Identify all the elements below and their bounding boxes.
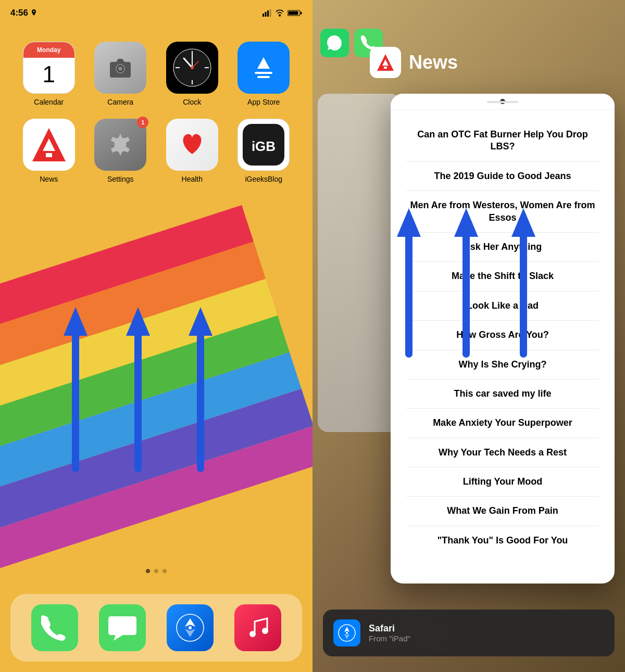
news-article-3: Men Are from Westeros, Women Are from Es… <box>406 191 599 233</box>
safari-subtitle: From "iPad" <box>369 634 410 643</box>
battery-icon <box>288 9 302 17</box>
news-article-7: How Gross Are You? <box>406 321 599 350</box>
news-article-text-1: Can an OTC Fat Burner Help You Drop LBS? <box>417 129 588 151</box>
svg-rect-3 <box>270 9 271 17</box>
svg-rect-6 <box>301 12 302 15</box>
igeeks-glyph: iGB <box>243 124 284 166</box>
news-article-text-7: How Gross Are You? <box>456 329 549 340</box>
calendar-label: Calendar <box>34 98 64 106</box>
news-article-6: Look Like a Dad <box>406 291 599 321</box>
page-dots <box>0 569 312 573</box>
page-dot-1 <box>146 569 150 573</box>
status-icons <box>262 9 302 17</box>
news-article-9: This car saved my life <box>406 379 599 409</box>
app-icon-health[interactable]: Health <box>159 119 226 183</box>
app-icon-news[interactable]: News <box>16 119 82 183</box>
signal-icon <box>262 9 272 17</box>
igeeksblog-label: iGeeksBlog <box>245 175 282 183</box>
news-article-text-9: This car saved my life <box>454 388 551 399</box>
page-dot-3 <box>162 569 167 573</box>
news-article-10: Make Anxiety Your Superpower <box>406 409 599 438</box>
status-bar: 4:56 <box>0 0 312 26</box>
location-icon <box>31 9 37 17</box>
svg-point-50 <box>346 632 348 634</box>
svg-point-29 <box>189 626 192 629</box>
news-article-text-12: Lifting Your Mood <box>463 476 542 487</box>
settings-glyph <box>105 129 136 160</box>
news-article-2: The 2019 Guide to Good Jeans <box>406 162 599 191</box>
news-article-11: Why Your Tech Needs a Rest <box>406 438 599 467</box>
clock-label: Clock <box>183 98 201 106</box>
status-time: 4:56 <box>10 8 28 18</box>
app-icon-igeeksblog[interactable]: iGB iGeeksBlog <box>231 119 297 183</box>
app-icon-calendar[interactable]: Monday 1 Calendar <box>16 42 82 106</box>
app-grid: Monday 1 Calendar Camera <box>0 42 312 183</box>
svg-rect-0 <box>262 14 264 17</box>
news-card-content: Can an OTC Fat Burner Help You Drop LBS?… <box>391 110 615 565</box>
wifi-icon <box>275 9 284 17</box>
svg-marker-48 <box>344 627 349 632</box>
safari-icon-glyph <box>338 624 356 642</box>
svg-text:iGB: iGB <box>252 138 276 154</box>
switcher-header: News <box>312 0 625 104</box>
news-article-text-13: What We Gain From Pain <box>447 505 558 516</box>
news-label: News <box>40 175 58 183</box>
health-label: Health <box>182 175 203 183</box>
app-icon-settings[interactable]: 1 Settings <box>88 119 154 183</box>
svg-rect-23 <box>46 153 52 157</box>
svg-marker-28 <box>185 629 195 637</box>
right-panel: News Can an OTC Fat Burner Help You Drop… <box>312 0 625 672</box>
news-article-text-5: Make the Shift to Slack <box>452 271 554 281</box>
news-article-text-3: Men Are from Westeros, Women Are from Es… <box>410 200 595 222</box>
svg-point-9 <box>118 67 122 71</box>
appstore-label: App Store <box>247 98 280 106</box>
svg-rect-2 <box>267 10 269 17</box>
page-dot-2 <box>154 569 158 573</box>
svg-marker-27 <box>185 618 195 627</box>
prev-app-card <box>318 94 401 432</box>
news-article-text-2: The 2019 Guide to Good Jeans <box>434 171 571 181</box>
safari-app-icon <box>333 619 360 646</box>
app-icon-camera[interactable]: Camera <box>88 42 154 106</box>
news-article-text-11: Why Your Tech Needs a Rest <box>439 447 567 458</box>
calendar-day-label: Monday <box>23 42 74 58</box>
news-switcher-glyph <box>375 52 396 73</box>
news-article-1: Can an OTC Fat Burner Help You Drop LBS? <box>406 120 599 162</box>
app-icon-clock[interactable]: Clock <box>159 42 226 106</box>
settings-badge: 1 <box>137 117 148 128</box>
news-article-text-14: "Thank You" Is Good For You <box>438 535 568 546</box>
camera-glyph <box>105 55 136 81</box>
safari-notification-bar[interactable]: Safari From "iPad" <box>323 610 615 656</box>
app-icon-appstore[interactable]: App Store <box>231 42 297 106</box>
dock-messages[interactable] <box>99 604 146 651</box>
news-article-text-6: Look Like a Dad <box>467 300 539 311</box>
dock-safari[interactable] <box>167 604 214 651</box>
svg-point-30 <box>249 631 256 637</box>
messages-icon <box>108 614 136 642</box>
dock-music[interactable] <box>234 604 281 651</box>
camera-label: Camera <box>107 98 133 106</box>
appstore-glyph <box>248 52 279 83</box>
safari-title: Safari <box>369 623 410 634</box>
svg-marker-49 <box>344 634 349 639</box>
news-article-5: Make the Shift to Slack <box>406 262 599 291</box>
safari-text: Safari From "iPad" <box>369 623 410 643</box>
news-article-8: Why Is She Crying? <box>406 350 599 379</box>
news-article-13: What We Gain From Pain <box>406 497 599 526</box>
clock-face <box>171 47 213 88</box>
dock-phone[interactable] <box>31 604 78 651</box>
health-glyph <box>177 129 208 160</box>
news-article-12: Lifting Your Mood <box>406 467 599 497</box>
news-glyph <box>28 124 70 166</box>
news-article-4: Ask Her Anything <box>406 233 599 262</box>
svg-rect-40 <box>384 67 387 69</box>
switcher-news-icon <box>370 47 401 78</box>
switcher-app-name: News <box>409 52 458 73</box>
dock <box>10 594 302 662</box>
news-article-text-10: Make Anxiety Your Superpower <box>433 417 572 428</box>
left-panel: 4:56 <box>0 0 312 672</box>
svg-rect-1 <box>265 12 267 17</box>
news-article-text-4: Ask Her Anything <box>464 242 542 252</box>
svg-rect-5 <box>289 11 298 15</box>
news-app-card[interactable]: Can an OTC Fat Burner Help You Drop LBS?… <box>391 94 615 584</box>
